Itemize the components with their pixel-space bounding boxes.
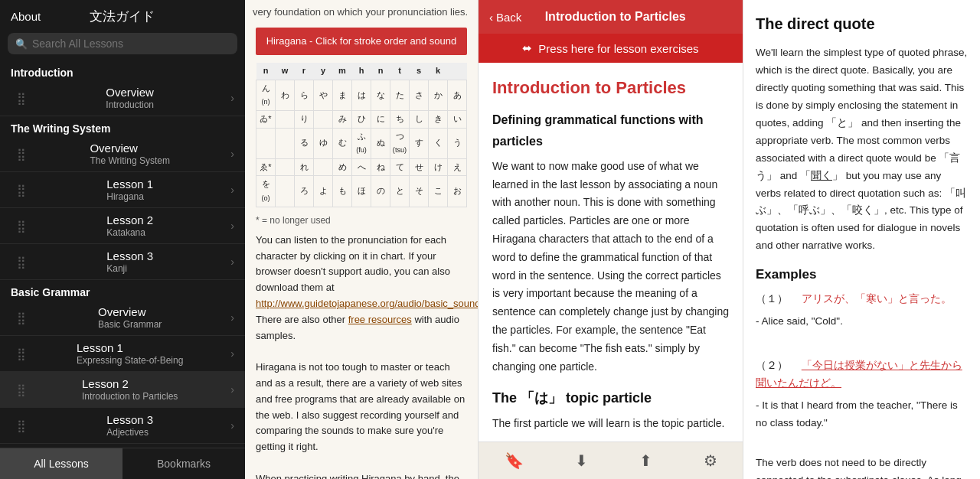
- nav-item-lesson2-katakana[interactable]: ⣿ Lesson 2 Katakana ›: [0, 208, 245, 244]
- chevron-icon: ›: [230, 184, 234, 196]
- type-word: type: [932, 204, 952, 216]
- lesson-section-body: The first particle we will learn is the …: [492, 415, 729, 433]
- nav-item-drag: ⣿: [17, 91, 26, 106]
- example2-num: （２）: [756, 360, 788, 371]
- sidebar: About 文法ガイド 🔍 Introduction ⣿ Overview In…: [0, 0, 245, 479]
- nav-item-drag: ⣿: [17, 219, 26, 233]
- exercise-label: Press here for lesson exercises: [538, 42, 698, 55]
- chevron-icon: ›: [230, 92, 234, 104]
- middle-paragraph1: You can listen to the pronunciation for …: [256, 233, 467, 344]
- example1-num: （１）: [756, 293, 788, 305]
- exercise-bar[interactable]: ⬌ Press here for lesson exercises: [479, 34, 743, 63]
- back-button[interactable]: ‹ Back: [489, 11, 521, 24]
- nav-item-lesson1-hiragana[interactable]: ⣿ Lesson 1 Hiragana ›: [0, 172, 245, 208]
- middle-paragraph2: Hiragana is not too tough to master or t…: [256, 360, 467, 455]
- scroll-up-button[interactable]: ⬆: [627, 448, 665, 473]
- right-panel: ‹ Back Introduction to Particles ⬌ Press…: [479, 0, 743, 479]
- all-lessons-tab[interactable]: All Lessons: [0, 448, 122, 479]
- example2-en: - It is that I heard from the teacher, "…: [756, 397, 968, 432]
- example-item-2: （２） 「今日は授業がない」と先生から聞いたんだけど。: [756, 357, 968, 393]
- nav-item-drag: ⣿: [17, 255, 26, 269]
- nav-item-intro-overview[interactable]: ⣿ Overview Introduction ›: [0, 80, 245, 116]
- far-right-title: The direct quote: [756, 11, 968, 37]
- back-label: Back: [496, 11, 521, 24]
- middle-paragraph3: When practicing writing Hiragana by hand…: [256, 471, 467, 479]
- hiragana-table: nwrymhntsk ん(n) わらやまはなたさかあ ゐ*りみひにちしきい るゆ…: [256, 63, 467, 207]
- exercise-icon: ⬌: [522, 41, 532, 55]
- search-bar[interactable]: 🔍: [8, 33, 237, 54]
- nav-item-grammar-lesson1[interactable]: ⣿ Lesson 1 Expressing State-of-Being ›: [0, 336, 245, 372]
- chevron-icon: ›: [230, 256, 234, 268]
- section-header-basic-grammar: Basic Grammar: [0, 280, 245, 300]
- lesson-main-title: Introduction to Particles: [492, 73, 729, 102]
- example1-jp: アリスが、「寒い」と言った。: [802, 293, 952, 305]
- chevron-icon: ›: [230, 311, 234, 324]
- nav-item-drag: ⣿: [17, 419, 26, 433]
- sidebar-header: About 文法ガイド: [0, 0, 245, 30]
- no-longer-used-note: * = no longer used: [256, 213, 467, 228]
- lesson-body: We want to now make good use of what we …: [492, 158, 729, 376]
- audio-link[interactable]: http://www.guidetojapanese.org/audio/bas…: [256, 298, 479, 309]
- back-chevron-icon: ‹: [489, 11, 493, 24]
- nav-item-drag: ⣿: [17, 383, 26, 397]
- far-right-panel: The direct quote We'll learn the simples…: [743, 0, 980, 479]
- chevron-icon: ›: [230, 419, 234, 432]
- section-header-writing-system: The Writing System: [0, 116, 245, 136]
- heard-word: heard: [807, 399, 834, 411]
- nav-item-drag: ⣿: [17, 147, 26, 161]
- search-input[interactable]: [32, 37, 230, 50]
- bookmark-button[interactable]: 🔖: [492, 448, 536, 473]
- hiragana-banner[interactable]: Hiragana - Click for stroke order and so…: [256, 28, 467, 56]
- nav-item-grammar-lesson2[interactable]: ⣿ Lesson 2 Introduction to Particles ›: [0, 372, 245, 408]
- sidebar-title: 文法ガイド: [90, 8, 155, 25]
- far-right-body2: The verb does not need to be directly co…: [756, 455, 968, 479]
- settings-button[interactable]: ⚙: [691, 448, 730, 473]
- nav-item-grammar-overview[interactable]: ⣿ Overview Basic Grammar ›: [0, 300, 245, 336]
- chevron-icon: ›: [230, 220, 234, 232]
- middle-content: Hiragana - Click for stroke order and so…: [245, 21, 478, 480]
- chevron-icon: ›: [230, 383, 234, 396]
- free-resources-link[interactable]: free resources: [348, 314, 412, 325]
- sidebar-footer: All Lessons Bookmarks: [0, 448, 245, 479]
- lesson-section-title: The 「は」 topic particle: [492, 386, 729, 410]
- example1-en: - Alice said, "Cold".: [756, 313, 968, 331]
- far-right-examples-title: Examples: [756, 264, 968, 286]
- lesson-subtitle: Defining grammatical functions with part…: [492, 109, 729, 151]
- scroll-down-button[interactable]: ⬇: [563, 448, 600, 473]
- section-header-introduction: Introduction: [0, 60, 245, 80]
- example-item-1: （１） アリスが、「寒い」と言った。: [756, 291, 968, 308]
- nav-item-drag: ⣿: [17, 183, 26, 197]
- nav-item-drag: ⣿: [17, 311, 26, 325]
- nav-item-grammar-lesson3[interactable]: ⣿ Lesson 3 Adjectives ›: [0, 408, 245, 444]
- lesson-content: Introduction to Particles Defining gramm…: [479, 63, 743, 442]
- chevron-icon: ›: [230, 347, 234, 360]
- bookmarks-tab[interactable]: Bookmarks: [122, 448, 245, 479]
- chevron-icon: ›: [230, 148, 234, 160]
- nav-item-lesson3-kanji[interactable]: ⣿ Lesson 3 Kanji ›: [0, 244, 245, 280]
- nav-item-writing-overview[interactable]: ⣿ Overview The Writing System ›: [0, 136, 245, 172]
- lesson-header: ‹ Back Introduction to Particles: [479, 0, 743, 34]
- far-right-body1: We'll learn the simplest type of quoted …: [756, 44, 968, 255]
- lesson-header-title: Introduction to Particles: [529, 10, 732, 24]
- search-icon: 🔍: [15, 38, 28, 50]
- nav-item-drag: ⣿: [17, 347, 26, 361]
- middle-top-text: very foundation on which your pronunciat…: [245, 0, 478, 21]
- middle-panel: very foundation on which your pronunciat…: [245, 0, 479, 479]
- nav-list: Introduction ⣿ Overview Introduction › T…: [0, 60, 245, 448]
- lesson-footer: 🔖 ⬇ ⬆ ⚙: [479, 442, 743, 479]
- about-link[interactable]: About: [11, 10, 41, 23]
